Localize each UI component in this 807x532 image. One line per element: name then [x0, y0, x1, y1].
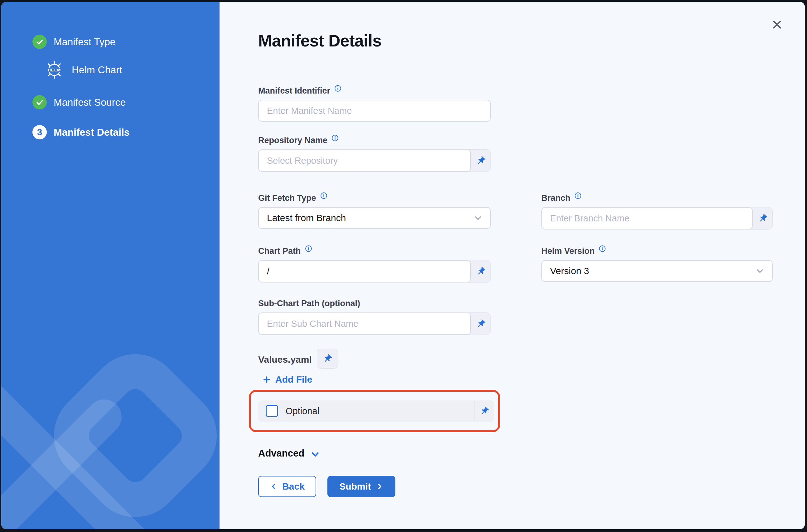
repository-name-input[interactable] — [258, 149, 471, 172]
manifest-identifier-input[interactable] — [258, 100, 491, 121]
step-label: Manifest Details — [54, 127, 130, 138]
info-icon[interactable] — [320, 192, 328, 202]
pin-icon — [480, 406, 489, 416]
info-icon[interactable] — [334, 84, 342, 94]
chevron-down-icon — [755, 266, 765, 276]
helm-version-select[interactable]: Version 3 — [541, 260, 773, 282]
add-file-button[interactable]: Add File — [263, 374, 312, 385]
manifest-details-panel: Manifest Details Manifest Identifier Rep… — [219, 2, 805, 529]
step-manifest-source[interactable]: Manifest Source — [33, 94, 213, 110]
chart-path-label: Chart Path — [258, 246, 491, 256]
step-helm-chart: HELM Helm Chart — [33, 62, 213, 78]
values-yaml-pin-button[interactable] — [317, 349, 338, 368]
step-label: Helm Chart — [72, 64, 122, 76]
pin-button[interactable] — [753, 207, 772, 229]
pin-button[interactable] — [471, 313, 491, 335]
optional-checkbox-label: Optional — [286, 406, 474, 416]
pin-icon — [476, 319, 486, 329]
chart-path-group: Chart Path — [258, 246, 491, 283]
chevron-left-icon — [270, 482, 278, 491]
wizard-sidebar: Manifest Type — [1, 2, 219, 529]
pin-icon — [476, 156, 486, 166]
step-label: Manifest Source — [54, 97, 126, 108]
helm-icon: HELM — [44, 60, 64, 80]
chevron-right-icon — [376, 482, 384, 491]
manifest-identifier-label: Manifest Identifier — [258, 86, 491, 96]
repository-name-group: Repository Name — [258, 135, 491, 172]
back-button[interactable]: Back — [258, 476, 316, 497]
info-icon[interactable] — [305, 245, 312, 255]
branch-input[interactable] — [541, 207, 753, 229]
manifest-identifier-control — [258, 100, 491, 121]
harness-logo-watermark — [1, 342, 219, 529]
step-complete-check-icon — [33, 35, 47, 49]
branch-label: Branch — [541, 193, 773, 203]
wizard-steps: Manifest Type — [33, 34, 213, 140]
submit-button[interactable]: Submit — [327, 476, 396, 497]
step-number-badge: 3 — [33, 125, 47, 139]
pin-button[interactable] — [475, 400, 494, 422]
step-manifest-type[interactable]: Manifest Type — [33, 34, 213, 50]
pin-button[interactable] — [471, 260, 491, 282]
chevron-down-icon — [310, 449, 321, 460]
helm-version-group: Helm Version Version 3 — [541, 246, 773, 282]
page-title: Manifest Details — [258, 31, 382, 50]
wizard-footer-buttons: Back Submit — [258, 476, 396, 497]
chevron-down-icon — [473, 213, 483, 223]
git-fetch-type-label: Git Fetch Type — [258, 193, 491, 203]
pin-icon — [476, 267, 486, 276]
sub-chart-path-label: Sub-Chart Path (optional) — [258, 298, 491, 309]
info-icon[interactable] — [574, 192, 582, 202]
optional-file-row: Optional — [258, 400, 494, 422]
pin-button[interactable] — [471, 150, 491, 172]
info-icon[interactable] — [331, 134, 339, 144]
chart-path-input[interactable] — [258, 260, 471, 283]
repository-name-control — [258, 149, 491, 172]
values-yaml-label: Values.yaml — [258, 354, 312, 365]
plus-icon — [263, 376, 271, 384]
advanced-toggle[interactable]: Advanced — [258, 447, 321, 460]
close-icon[interactable] — [770, 17, 784, 32]
manifest-wizard-dialog: Manifest Type — [1, 2, 805, 529]
repository-name-label: Repository Name — [258, 135, 491, 146]
branch-group: Branch — [541, 193, 773, 229]
step-label: Manifest Type — [54, 36, 116, 48]
sub-chart-path-input[interactable] — [258, 312, 471, 335]
svg-text:HELM: HELM — [48, 68, 61, 72]
branch-control — [541, 207, 773, 229]
git-fetch-type-group: Git Fetch Type Latest from Branch — [258, 193, 491, 229]
step-complete-check-icon — [33, 95, 47, 110]
pin-icon — [758, 214, 768, 223]
sub-chart-path-group: Sub-Chart Path (optional) — [258, 298, 491, 335]
helm-version-label: Helm Version — [541, 246, 773, 256]
git-fetch-type-select[interactable]: Latest from Branch — [258, 207, 491, 229]
optional-checkbox[interactable] — [266, 405, 278, 417]
chart-path-control — [258, 260, 491, 283]
pin-icon — [323, 354, 332, 364]
step-manifest-details[interactable]: 3 Manifest Details — [33, 124, 213, 140]
manifest-identifier-group: Manifest Identifier — [258, 86, 491, 121]
sub-chart-path-control — [258, 312, 491, 335]
info-icon[interactable] — [598, 245, 606, 255]
